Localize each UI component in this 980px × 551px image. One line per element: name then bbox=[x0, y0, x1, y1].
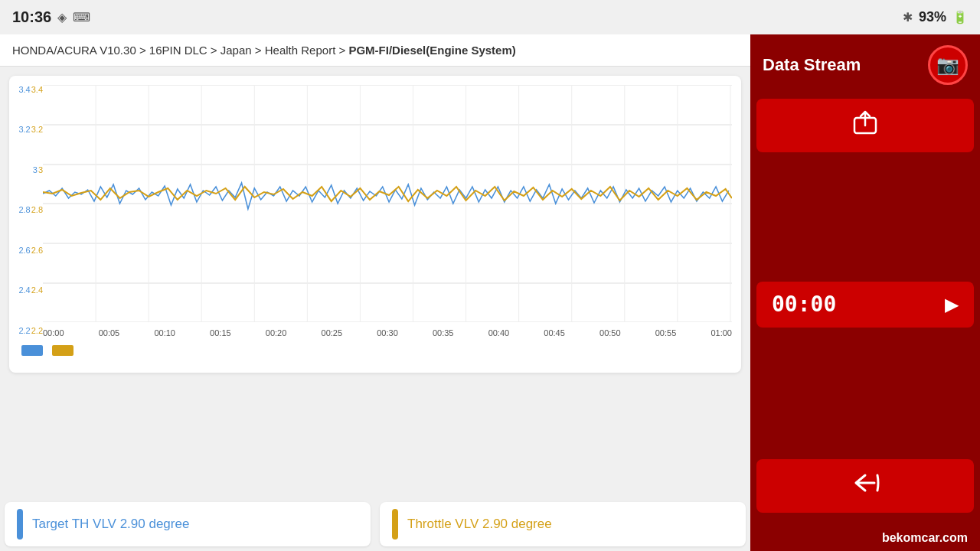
chart-wrapper: 3.43.4 3.23.2 33 2.82.8 2.62.6 2.42.4 bbox=[9, 85, 732, 337]
y-label-28: 2.82.8 bbox=[9, 205, 43, 215]
status-time: 10:36 bbox=[12, 8, 51, 26]
bluetooth-icon: ✱ bbox=[903, 10, 913, 24]
data-card-throttle: Throttle VLV 2.90 degree bbox=[380, 502, 746, 546]
chart-inner: 00:00 00:05 00:10 00:15 00:20 00:25 00:3… bbox=[43, 85, 732, 337]
x-label-0015: 00:15 bbox=[210, 328, 231, 337]
legend-item-gold bbox=[52, 345, 74, 356]
blue-line bbox=[43, 183, 729, 209]
x-label-0025: 00:25 bbox=[322, 328, 343, 337]
bottom-cards: Target TH VLV 2.90 degree Throttle VLV 2… bbox=[0, 497, 750, 551]
sidebar-header: Data Stream 📷 bbox=[750, 34, 980, 96]
breadcrumb: HONDA/ACURA V10.30 > 16PIN DLC > Japan >… bbox=[0, 34, 750, 67]
legend-rect-gold bbox=[52, 345, 74, 356]
battery-icon: 🔋 bbox=[952, 10, 968, 24]
sidebar: Data Stream 📷 00:00 ▶ bekomcar.com bbox=[750, 34, 980, 551]
legend bbox=[9, 337, 732, 364]
x-label-0035: 00:35 bbox=[433, 328, 454, 337]
x-axis: 00:00 00:05 00:10 00:15 00:20 00:25 00:3… bbox=[43, 325, 732, 337]
play-icon[interactable]: ▶ bbox=[945, 294, 959, 315]
breadcrumb-bold: PGM-FI/Diesel(Engine System) bbox=[348, 44, 515, 57]
breadcrumb-path: HONDA/ACURA V10.30 > 16PIN DLC > Japan >… bbox=[12, 44, 348, 57]
x-label-0055: 00:55 bbox=[655, 328, 677, 337]
signal-icon: ◈ bbox=[57, 10, 67, 24]
back-button[interactable] bbox=[756, 459, 974, 513]
timer-row: 00:00 ▶ bbox=[756, 282, 974, 328]
y-label-34: 3.43.4 bbox=[9, 85, 43, 95]
timer-display: 00:00 bbox=[772, 292, 836, 317]
y-label-30: 33 bbox=[9, 165, 43, 175]
x-label-0030: 00:30 bbox=[377, 328, 398, 337]
sidebar-title: Data Stream bbox=[763, 55, 861, 75]
keyboard-icon: ⌨ bbox=[73, 10, 90, 24]
y-label-32: 3.23.2 bbox=[9, 125, 43, 135]
y-axis: 3.43.4 3.23.2 33 2.82.8 2.62.6 2.42.4 bbox=[9, 85, 43, 337]
x-label-0020: 00:20 bbox=[266, 328, 287, 337]
main-area: HONDA/ACURA V10.30 > 16PIN DLC > Japan >… bbox=[0, 34, 750, 551]
camera-button[interactable]: 📷 bbox=[928, 45, 968, 85]
card-indicator-blue bbox=[17, 509, 23, 540]
data-card-target: Target TH VLV 2.90 degree bbox=[5, 502, 371, 546]
card-label-throttle: Throttle VLV 2.90 degree bbox=[407, 517, 552, 532]
status-left: 10:36 ◈ ⌨ bbox=[12, 8, 90, 26]
status-bar: 10:36 ◈ ⌨ ✱ 93% 🔋 bbox=[0, 0, 980, 34]
export-button[interactable] bbox=[756, 99, 974, 152]
y-label-22: 2.22.2 bbox=[9, 326, 43, 336]
y-label-26: 2.62.6 bbox=[9, 246, 43, 256]
export-icon bbox=[851, 109, 879, 142]
card-label-target: Target TH VLV 2.90 degree bbox=[32, 517, 189, 532]
chart-container: 3.43.4 3.23.2 33 2.82.8 2.62.6 2.42.4 bbox=[9, 76, 741, 373]
x-label-0010: 00:10 bbox=[154, 328, 175, 337]
chart-svg bbox=[43, 85, 732, 322]
footer-watermark: bekomcar.com bbox=[882, 531, 968, 544]
x-label-0100: 01:00 bbox=[710, 328, 732, 337]
battery-percentage: 93% bbox=[919, 9, 946, 25]
y-label-24: 2.42.4 bbox=[9, 285, 43, 295]
legend-rect-blue bbox=[21, 345, 43, 356]
status-right: ✱ 93% 🔋 bbox=[903, 9, 968, 25]
card-indicator-gold bbox=[392, 509, 398, 540]
footer-area: bekomcar.com bbox=[750, 525, 980, 551]
x-label-0000: 00:00 bbox=[43, 328, 64, 337]
legend-item-blue bbox=[21, 345, 43, 356]
back-icon bbox=[850, 471, 880, 501]
x-label-0005: 00:05 bbox=[99, 328, 120, 337]
camera-icon: 📷 bbox=[936, 54, 959, 76]
x-label-0045: 00:45 bbox=[544, 328, 565, 337]
x-label-0050: 00:50 bbox=[599, 328, 621, 337]
x-label-0040: 00:40 bbox=[488, 328, 510, 337]
